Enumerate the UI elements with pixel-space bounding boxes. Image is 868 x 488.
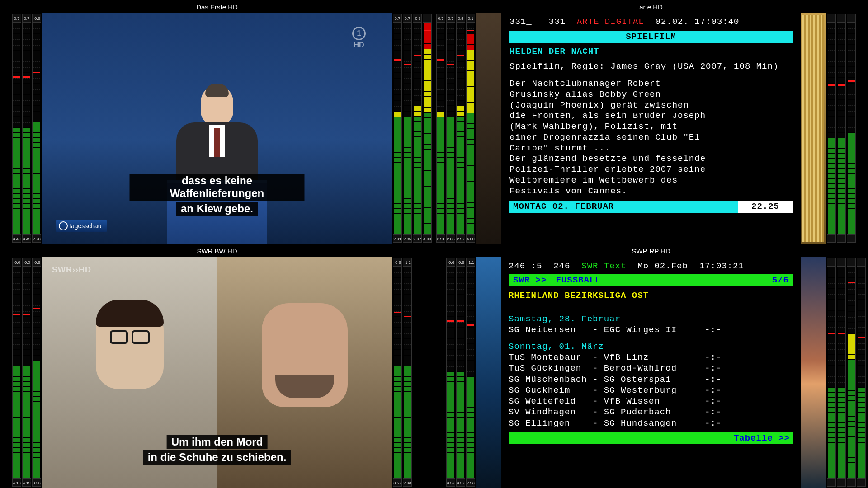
fixture-row: SG Neitersen - EGC Wirges II -:- [509, 324, 793, 335]
ttx-body: Der Nachtclubmanager Robert Grusinsky al… [509, 79, 708, 197]
multiview-grid: Das Erste HD 0.73.490.73.49-0.62.78 HD t… [0, 0, 868, 488]
ttx-header: 246_:5 246 SWR Text Mo 02.Feb 17:03:21 [509, 261, 793, 272]
video-thumbnail[interactable]: HD tagesschau dass es keine Waffenliefer… [42, 13, 392, 244]
subtitle: dass es keine Waffenlieferungen an Kiew … [130, 173, 305, 216]
channel-title: SWR BW HD [0, 244, 434, 257]
ttx-title: HELDEN DER NACHT [509, 47, 793, 57]
subtitle: Um ihm den Mord in die Schuhe zu schiebe… [143, 434, 291, 465]
bg-strip [476, 257, 501, 488]
channel-title: Das Erste HD [0, 0, 434, 13]
ttx-section-bar: SWR >> FUSSBALL 5/6 [509, 274, 793, 286]
bg-strip [801, 257, 826, 488]
ttx-league: RHEINLAND BEZIRKSLIGA OST [509, 290, 793, 301]
fixture-row: SG Weitefeld - VfB Wissen -:- [509, 396, 793, 407]
ttx-subline: Spielfilm, Regie: James Gray (USA 2007, … [509, 61, 793, 72]
fixture-row: SG Guckheim - SG Westerburg -:- [509, 385, 793, 396]
cell-swr-rp: SWR RP HD -0.63.57-0.63.57-1.12.93 246_:… [434, 244, 868, 488]
audio-meters-right [826, 13, 868, 244]
channel-bug: SWR››HD [52, 265, 91, 275]
cell-swr-bw: SWR BW HD -0.04.18-0.04.19-0.63.26 SWR››… [0, 244, 434, 488]
audio-meters-left: -0.04.18-0.04.19-0.63.26 [0, 257, 42, 488]
audio-meters-right: 0.72.910.72.85-0.62.974.00 [392, 13, 434, 244]
channel-title: SWR RP HD [434, 244, 868, 257]
ttx-day: Samstag, 28. Februar [509, 314, 793, 324]
ttx-day: Sonntag, 01. März [509, 341, 793, 352]
channel-title: arte HD [434, 0, 868, 13]
teletext-overlay: 246_:5 246 SWR Text Mo 02.Feb 17:03:21 S… [501, 257, 801, 488]
fixtures-list: SG Neitersen - EGC Wirges II -:- [509, 324, 793, 335]
cell-das-erste: Das Erste HD 0.73.490.73.49-0.62.78 HD t… [0, 0, 434, 244]
audio-meters-left: 0.73.490.73.49-0.62.78 [0, 13, 42, 244]
video-thumbnail[interactable]: 246_:5 246 SWR Text Mo 02.Feb 17:03:21 S… [476, 257, 826, 488]
channel-bug: HD [352, 27, 366, 49]
fixture-row: SV Windhagen - SG Puderbach -:- [509, 407, 793, 418]
subtitle-line: an Kiew gebe. [176, 202, 258, 216]
bg-strip [801, 13, 826, 244]
ttx-banner: SPIELFILM [509, 31, 793, 43]
teletext-overlay: 331_ 331 ARTE DIGITAL 02.02. 17:03:40 SP… [501, 13, 801, 244]
video-thumbnail[interactable]: SWR››HD Um ihm den Mord in die Schuhe zu… [42, 257, 392, 488]
ttx-header: 331_ 331 ARTE DIGITAL 02.02. 17:03:40 [509, 17, 793, 28]
bg-strip [476, 13, 501, 244]
fixture-row: TuS Montabaur - VfB Linz -:- [509, 352, 793, 363]
hd-label: HD [352, 41, 366, 49]
ttx-footer: MONTAG 02. FEBRUAR 22.25 [509, 201, 793, 213]
fixture-row: SG Müschenbach - SG Osterspai -:- [509, 374, 793, 385]
ttx-footer-link[interactable]: Tabelle >> [509, 432, 793, 444]
subtitle-line: dass es keine Waffenlieferungen [130, 174, 305, 201]
audio-meters-right [826, 257, 868, 488]
fixtures-list: TuS Montabaur - VfB Linz -:-TuS Gückinge… [509, 352, 793, 429]
audio-meters-left: 0.72.910.72.850.52.970.14.00 [434, 13, 476, 244]
cell-arte: arte HD 0.72.910.72.850.52.970.14.00 331… [434, 0, 868, 244]
fixture-row: SG Ellingen - SG Hundsangen -:- [509, 418, 793, 429]
fixture-row: TuS Gückingen - Berod-Wahlrod -:- [509, 363, 793, 374]
subtitle-line: Um ihm den Mord [167, 435, 268, 449]
program-badge: tagesschau [56, 220, 107, 232]
subtitle-line: in die Schuhe zu schieben. [143, 450, 291, 465]
audio-meters-left: -0.63.57-0.63.57-1.12.93 [434, 257, 476, 488]
video-thumbnail[interactable]: 331_ 331 ARTE DIGITAL 02.02. 17:03:40 SP… [476, 13, 826, 244]
audio-meters-right: -0.63.57-1.12.93 [392, 257, 434, 488]
